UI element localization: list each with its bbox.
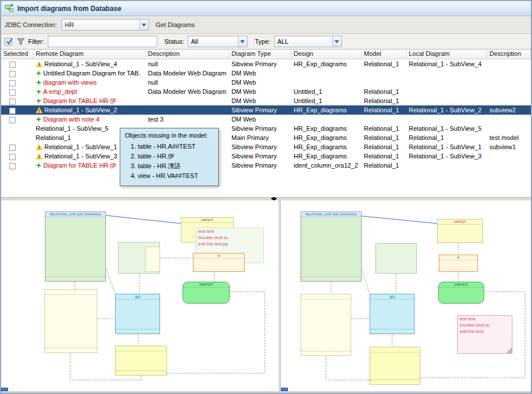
tooltip-item: 1. table - HR.A##TEST bbox=[125, 142, 214, 151]
column-header[interactable]: Design bbox=[291, 50, 362, 59]
cell-local bbox=[406, 115, 487, 124]
type-combo[interactable]: ALL bbox=[274, 36, 342, 47]
jdbc-connection-combo[interactable]: HR bbox=[62, 19, 149, 31]
column-header[interactable]: Diagram Type bbox=[229, 50, 291, 59]
cell-model: Relational_1 bbox=[362, 96, 406, 105]
note-text-line: Double click to bbox=[458, 322, 512, 328]
column-header[interactable]: Description bbox=[487, 50, 531, 59]
table-row[interactable]: +Diagram for TABLE HR.伊Sibview Primaryid… bbox=[1, 161, 531, 170]
row-checkbox[interactable] bbox=[9, 62, 16, 68]
diagram-entity-box: VA##TEST bbox=[183, 282, 230, 304]
cell-selected bbox=[1, 69, 33, 78]
cell-design: HR_Exp_diagrams bbox=[291, 124, 362, 133]
row-checkbox[interactable] bbox=[9, 108, 16, 114]
note-text-line: edit the text.pp bbox=[196, 241, 263, 247]
cell-description2: test model bbox=[487, 133, 531, 142]
hscroll-thumb[interactable] bbox=[281, 388, 288, 391]
remote-diagram-name: Untitled Diagram Diagram for TAB. bbox=[43, 69, 140, 78]
row-checkbox[interactable] bbox=[9, 145, 16, 151]
row-checkbox[interactable] bbox=[9, 163, 16, 169]
cell-remote-diagram: +A emp_dept bbox=[33, 87, 146, 96]
remote-diagram-name: Diagram with note 4 bbox=[43, 115, 100, 124]
column-header[interactable]: Remote Diagram bbox=[33, 50, 146, 59]
table-row[interactable]: +diagram with viewsnullDM Web bbox=[1, 78, 531, 87]
cell-model: Relational_1 bbox=[362, 87, 406, 96]
missing-objects-tooltip: Objects missing in the model: 1. table -… bbox=[120, 128, 219, 186]
table-row[interactable]: !Relational_1 - SubView_3Sibview Primary… bbox=[1, 151, 531, 161]
diagram-entity-box bbox=[145, 247, 160, 272]
table-row[interactable]: Relational_1Main PrimaryHR_Exp_diagramsR… bbox=[1, 133, 531, 142]
filter-input[interactable] bbox=[48, 36, 157, 47]
row-checkbox[interactable] bbox=[9, 71, 16, 77]
row-checkbox[interactable] bbox=[9, 99, 16, 105]
cell-local: Relational_1 bbox=[406, 133, 487, 142]
column-header[interactable]: Selected bbox=[1, 50, 33, 59]
filter-label: Filter: bbox=[28, 38, 44, 45]
add-icon: + bbox=[36, 79, 41, 85]
diagram-entity-box bbox=[115, 346, 167, 376]
column-header[interactable]: Local Diagram bbox=[406, 50, 487, 59]
remote-diagram-name: diagram with views bbox=[43, 78, 97, 87]
cell-design bbox=[291, 69, 362, 78]
cell-model: Relational_1 bbox=[362, 161, 406, 170]
entity-title: VA##TEST bbox=[183, 282, 229, 287]
cell-selected bbox=[1, 133, 33, 142]
combo-arrow-icon[interactable] bbox=[139, 20, 149, 30]
cell-model: Relational_1 bbox=[362, 124, 406, 133]
column-header[interactable]: Description bbox=[146, 50, 229, 59]
cell-diagram_type: DM Web bbox=[229, 115, 291, 124]
cell-description2 bbox=[487, 151, 531, 161]
cell-description2 bbox=[487, 78, 531, 87]
cell-remote-diagram: !Relational_1 - SubView_4 bbox=[33, 59, 146, 69]
cell-design bbox=[291, 78, 362, 87]
cell-diagram_type: Sibview Primary bbox=[229, 142, 291, 151]
cell-selected bbox=[1, 124, 33, 133]
select-all-icon[interactable] bbox=[5, 37, 13, 46]
entity-divider bbox=[370, 329, 414, 329]
diagram-entity-box: RELATIONAL_1(HR_EXP_DIAGRAMS) bbox=[301, 211, 362, 282]
cell-description2: subview1 bbox=[487, 142, 531, 151]
cell-design bbox=[291, 115, 362, 124]
entity-title: 漢語 bbox=[116, 294, 159, 300]
cell-diagram_type: Sibview Primary bbox=[229, 151, 291, 161]
row-checkbox[interactable] bbox=[9, 80, 16, 86]
row-checkbox[interactable] bbox=[9, 154, 16, 160]
table-row[interactable]: !Relational_1 - SubView_1Sibview Primary… bbox=[1, 142, 531, 151]
table-row[interactable]: +Untitled Diagram Diagram for TAB.Data M… bbox=[1, 69, 531, 78]
titlebar[interactable]: Import diagrams from Database bbox=[1, 1, 531, 16]
hscroll-thumb[interactable] bbox=[1, 388, 8, 391]
table-row[interactable]: Relational_1 - SubView_5Sibview PrimaryH… bbox=[1, 124, 531, 133]
table-row[interactable]: +A emp_deptData Modeler Web DiagramDM We… bbox=[1, 87, 531, 96]
row-checkbox[interactable] bbox=[9, 117, 16, 123]
diagram-entity-box bbox=[44, 289, 97, 353]
table-row[interactable]: !Relational_1 - SubView_2Sibview Primary… bbox=[1, 105, 531, 115]
cell-remote-diagram: !Relational_1 - SubView_2 bbox=[33, 105, 146, 115]
table-row[interactable]: +Diagram for TABLE HR.伊DM WebUntitled_1R… bbox=[1, 96, 531, 105]
add-icon: + bbox=[36, 70, 41, 76]
status-combo[interactable]: All bbox=[188, 36, 248, 47]
combo-arrow-icon[interactable] bbox=[332, 36, 341, 47]
cell-description2: subview2 bbox=[487, 105, 531, 115]
entity-title bbox=[301, 294, 351, 300]
cell-design: HR_Exp_diagrams bbox=[291, 142, 362, 151]
remote-diagram-name: Diagram for TABLE HR.伊 bbox=[43, 161, 116, 170]
warning-icon: ! bbox=[36, 144, 43, 150]
table-row[interactable]: !Relational_1 - SubView_4nullSibview Pri… bbox=[1, 59, 531, 69]
cell-local: Relational_1 - SubView_5 bbox=[406, 124, 487, 133]
diagram-entity-box: RELATIONAL_1(HR_EXP_DIAGRAMS) bbox=[45, 211, 106, 282]
get-diagrams-button[interactable]: Get Diagrams bbox=[154, 20, 197, 29]
entity-title: 漢語 bbox=[370, 294, 414, 300]
cell-diagram_type: DM Web bbox=[229, 69, 291, 78]
table-row[interactable]: +Diagram with note 4test 3DM Web bbox=[1, 115, 531, 124]
cell-description2 bbox=[487, 87, 531, 96]
cell-remote-diagram: +diagram with views bbox=[33, 78, 146, 87]
column-header[interactable]: Model bbox=[362, 50, 406, 59]
note-text-line: Double click to bbox=[196, 234, 263, 241]
cell-selected bbox=[1, 142, 33, 151]
combo-arrow-icon[interactable] bbox=[238, 36, 247, 47]
window-title: Import diagrams from Database bbox=[17, 5, 121, 13]
tooltip-item: 2. table - HR.伊 bbox=[125, 151, 214, 161]
note-text-line: test text bbox=[458, 316, 512, 322]
row-checkbox[interactable] bbox=[9, 89, 16, 96]
cell-design: ident_column_ora12_2 bbox=[291, 161, 362, 170]
